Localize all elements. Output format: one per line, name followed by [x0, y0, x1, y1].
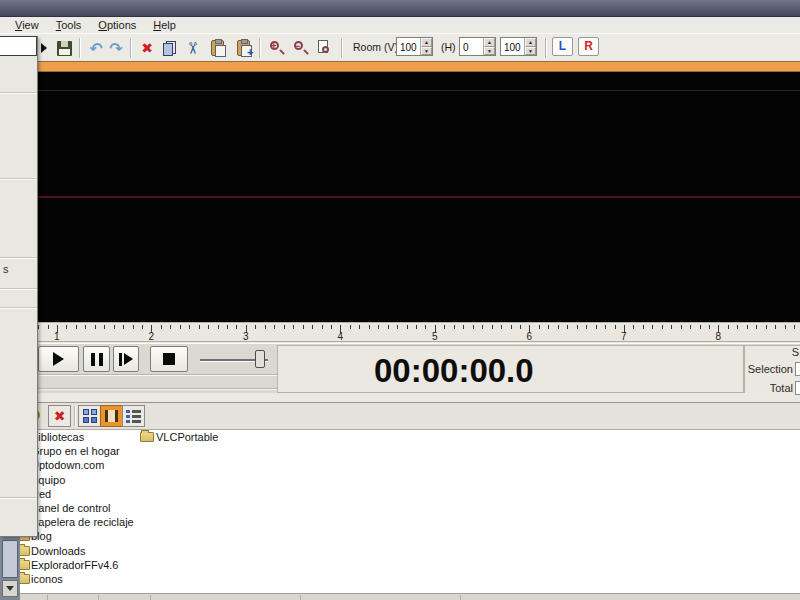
- folder-item[interactable]: Panel de control: [0, 502, 800, 515]
- left-channel-button[interactable]: L: [552, 37, 573, 56]
- redo-button[interactable]: [105, 37, 127, 59]
- volume-slider-thumb[interactable]: [255, 350, 265, 368]
- folder-label: VLCPortable: [156, 431, 218, 443]
- browser-delete-button[interactable]: [48, 405, 71, 427]
- ruler-number: 1: [47, 331, 67, 342]
- room-v-spinner[interactable]: 100 ▲▼: [396, 37, 433, 56]
- ruler-tick: [350, 325, 351, 329]
- folder-item[interactable]: Papelera de reciclaje: [0, 516, 800, 529]
- ruler-number: 3: [236, 331, 256, 342]
- cut-button[interactable]: [182, 37, 204, 59]
- menu-highlighted-item[interactable]: [0, 36, 37, 56]
- ruler-tick: [388, 325, 389, 329]
- waveform-display[interactable]: [0, 72, 800, 322]
- menu-separator: [0, 497, 37, 498]
- copy-button[interactable]: [158, 37, 180, 59]
- waveform-center-line: [0, 196, 800, 198]
- small-icons-view-button[interactable]: [100, 405, 123, 427]
- selection-field[interactable]: [795, 362, 800, 376]
- zoom-in-button[interactable]: +: [265, 37, 287, 59]
- total-field[interactable]: [795, 381, 800, 395]
- folder-item[interactable]: Downloads: [0, 545, 800, 558]
- zoom-fit-button[interactable]: [312, 37, 334, 59]
- h-zoom-value: 100: [501, 38, 524, 55]
- ruler-tick: [633, 325, 634, 329]
- ruler-tick: [473, 325, 474, 329]
- play-from-cursor-button[interactable]: [113, 346, 139, 372]
- open-menu-panel[interactable]: s: [0, 36, 38, 537]
- ruler-tick: [671, 325, 672, 329]
- play-button[interactable]: [38, 346, 79, 372]
- menu-item-help[interactable]: Help: [153, 19, 176, 31]
- folder-label: iconos: [31, 573, 63, 585]
- spinner-arrows[interactable]: ▲▼: [524, 38, 536, 55]
- menu-separator: [0, 288, 37, 289]
- undo-button[interactable]: [85, 37, 107, 59]
- folder-item[interactable]: Grupo en el hogar: [0, 445, 800, 458]
- zoom-document-icon: [315, 40, 332, 57]
- ruler-number: 4: [330, 331, 350, 342]
- folder-item[interactable]: ExploradorFFv4.6: [0, 559, 800, 572]
- ruler-tick: [312, 325, 313, 329]
- menu-item-view[interactable]: View: [15, 19, 39, 31]
- folder-item[interactable]: Red: [0, 488, 800, 501]
- spin-up-icon: ▲: [525, 38, 536, 47]
- spin-up-icon: ▲: [421, 38, 432, 47]
- ruler-tick: [577, 325, 578, 329]
- folder-item[interactable]: VLCPortable: [0, 431, 800, 444]
- spin-down-icon: ▼: [525, 47, 536, 56]
- ruler-tick: [700, 325, 701, 329]
- time-display: 00:00:00.0: [374, 352, 534, 390]
- list-view-icon: [126, 410, 141, 423]
- menu-item-options[interactable]: Options: [98, 19, 136, 31]
- folder-item[interactable]: Equipo: [0, 474, 800, 487]
- ruler-tick: [416, 325, 417, 329]
- ruler-tick: [142, 325, 143, 329]
- file-browser: BibliotecasGrupo en el hogarUptodown.com…: [0, 400, 800, 600]
- title-bar[interactable]: [0, 0, 800, 17]
- room-v-value: 100: [397, 38, 420, 55]
- ruler-tick: [548, 325, 549, 329]
- h-label: (H): [441, 41, 456, 53]
- timeline-ruler[interactable]: 12345678: [0, 322, 800, 342]
- h-zoom-spinner[interactable]: 100 ▲▼: [500, 37, 537, 56]
- left-scrollbar[interactable]: [0, 537, 20, 600]
- ruler-tick: [123, 325, 124, 329]
- save-button[interactable]: [53, 37, 75, 59]
- ruler-tick: [76, 325, 77, 329]
- spinner-arrows[interactable]: ▲▼: [420, 38, 432, 55]
- paste-button[interactable]: [206, 37, 228, 59]
- time-display-panel: 00:00:00.0: [277, 345, 744, 393]
- folder-item[interactable]: iconos: [0, 573, 800, 586]
- pause-button[interactable]: [83, 346, 110, 372]
- ruler-tick: [737, 325, 738, 329]
- menu-item-tools[interactable]: Tools: [56, 19, 82, 31]
- right-channel-button[interactable]: R: [578, 37, 599, 56]
- ruler-tick: [690, 325, 691, 329]
- ruler-tick: [794, 325, 795, 329]
- folder-label: Papelera de reciclaje: [31, 516, 134, 528]
- ruler-tick: [48, 325, 49, 329]
- zoom-out-icon: −: [292, 40, 309, 57]
- folder-item[interactable]: Uptodown.com: [0, 459, 800, 472]
- file-browser-toolbar: [0, 402, 800, 429]
- scrollbar-down-button[interactable]: [2, 580, 18, 597]
- paste-insert-button[interactable]: [232, 37, 254, 59]
- large-icons-icon: [83, 409, 97, 423]
- zoom-out-button[interactable]: −: [289, 37, 311, 59]
- delete-button[interactable]: [136, 37, 158, 59]
- spinner-arrows[interactable]: ▲▼: [483, 38, 495, 55]
- list-view-button[interactable]: [122, 405, 145, 427]
- scrollbar-thumb[interactable]: [2, 540, 18, 578]
- ruler-tick: [133, 325, 134, 329]
- stop-button[interactable]: [150, 346, 188, 372]
- folder-list[interactable]: BibliotecasGrupo en el hogarUptodown.com…: [0, 429, 800, 593]
- h-offset-spinner[interactable]: 0 ▲▼: [459, 37, 496, 56]
- ruler-tick: [104, 325, 105, 329]
- spin-down-icon: ▼: [484, 47, 495, 56]
- menu-item-partial-text[interactable]: s: [3, 263, 9, 275]
- ruler-tick: [199, 325, 200, 329]
- folder-item[interactable]: blog: [0, 530, 800, 543]
- ruler-tick: [66, 325, 67, 329]
- large-icons-view-button[interactable]: [78, 405, 101, 427]
